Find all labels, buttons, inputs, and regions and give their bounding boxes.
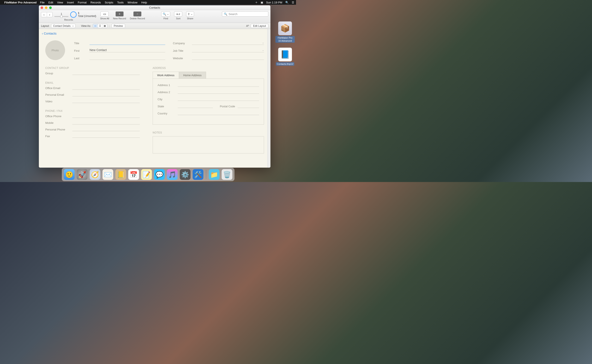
- menu-view[interactable]: View: [57, 1, 63, 4]
- last-name-field[interactable]: [90, 55, 165, 60]
- settings-icon[interactable]: ⚙️: [180, 169, 190, 180]
- office-phone-field[interactable]: [72, 115, 140, 118]
- window-title: Contacts: [149, 6, 160, 9]
- record-slider[interactable]: 1: [54, 13, 69, 17]
- notes-icon[interactable]: 📝: [141, 169, 152, 180]
- menu-list-icon[interactable]: ☰: [292, 1, 294, 4]
- personal-phone-field[interactable]: [72, 128, 140, 131]
- group-field[interactable]: [72, 72, 140, 75]
- close-button[interactable]: [41, 6, 43, 9]
- address1-field[interactable]: [178, 84, 259, 87]
- menu-file[interactable]: File: [40, 1, 45, 4]
- window: Contacts ‹ › 1 1 Total (Unsorted) Record…: [39, 5, 270, 168]
- toolbar: ‹ › 1 1 Total (Unsorted) Records ▭ Show …: [39, 10, 270, 23]
- clock[interactable]: Sun 1:19 PM: [266, 1, 282, 4]
- menu-help[interactable]: Help: [141, 1, 147, 4]
- itunes-icon[interactable]: 🎵: [167, 169, 177, 180]
- zoom-button[interactable]: [49, 6, 52, 9]
- list-view-button[interactable]: ☰: [98, 24, 102, 28]
- menu-edit[interactable]: Edit: [48, 1, 53, 4]
- prev-record-button[interactable]: ‹: [41, 12, 47, 17]
- menu-insert[interactable]: Insert: [67, 1, 74, 4]
- city-field[interactable]: [178, 98, 259, 101]
- desktop-file-icon[interactable]: 📘 Contacts.fmp12: [275, 48, 295, 66]
- layout-body: ‹ Contacts Photo Title First Last Compan…: [39, 29, 270, 168]
- form-view-button[interactable]: ▭: [93, 24, 98, 28]
- personal-email-field[interactable]: [72, 93, 140, 96]
- sort-button[interactable]: a↓z: [174, 11, 182, 17]
- state-field[interactable]: [178, 105, 213, 108]
- country-field[interactable]: [178, 112, 259, 115]
- contact-group-header: CONTACT GROUP: [45, 66, 140, 70]
- new-record-button[interactable]: ＋: [116, 11, 124, 17]
- delete-record-button[interactable]: －: [133, 11, 142, 17]
- back-link[interactable]: ‹ Contacts: [39, 29, 59, 38]
- chevron-left-icon: ‹: [42, 32, 43, 35]
- launchpad-icon[interactable]: 🚀: [77, 169, 87, 180]
- script-menu-icon[interactable]: ✧: [255, 1, 258, 4]
- desktop-app-icon[interactable]: 📦 FileMaker Pro 16 Advanced: [275, 21, 295, 43]
- layout-select[interactable]: Contact Details: [51, 24, 75, 28]
- office-email-field[interactable]: [72, 87, 140, 90]
- safari-icon[interactable]: 🧭: [90, 169, 100, 180]
- preview-button[interactable]: Preview: [111, 24, 125, 28]
- statusbar: Layout: Contact Details View As: ▭ ☰ ▦ |…: [39, 23, 270, 29]
- email-header: EMAIL: [45, 81, 140, 84]
- menu-scripts[interactable]: Scripts: [105, 1, 113, 4]
- address2-field[interactable]: [178, 91, 259, 94]
- video-field[interactable]: [72, 100, 140, 103]
- text-format-icon[interactable]: Aa: [246, 24, 249, 27]
- share-icon: ⇧: [188, 13, 190, 16]
- first-name-field[interactable]: [90, 48, 165, 52]
- share-button[interactable]: ⇧⌄: [186, 11, 194, 17]
- find-button[interactable]: 🔍⌄: [161, 11, 170, 17]
- spotlight-icon[interactable]: 🔍: [285, 1, 289, 4]
- displays-icon[interactable]: ▣: [260, 1, 263, 4]
- mobile-field[interactable]: [72, 122, 140, 124]
- trash-icon[interactable]: 🗑️: [221, 169, 232, 180]
- stack-icon: ▭: [103, 12, 106, 16]
- notes-field[interactable]: [153, 136, 264, 153]
- menu-tools[interactable]: Tools: [117, 1, 124, 4]
- record-nav: ‹ ›: [41, 12, 52, 17]
- downloads-icon[interactable]: 📁: [209, 169, 219, 180]
- table-view-button[interactable]: ▦: [102, 24, 107, 28]
- contacts-icon[interactable]: 📒: [115, 169, 126, 180]
- dock: 🙂 🚀 🧭 ✉️ 📒 📅 📝 💬 🎵 ⚙️ 🛠️ 📁 🗑️: [62, 168, 234, 181]
- menu-records[interactable]: Records: [91, 1, 101, 4]
- photo-placeholder[interactable]: Photo: [45, 40, 65, 60]
- next-record-button[interactable]: ›: [47, 12, 52, 17]
- fax-field[interactable]: [72, 135, 140, 138]
- messages-icon[interactable]: 💬: [154, 169, 165, 180]
- address-panel: Address 1 Address 2 City State Postal Co…: [153, 78, 264, 125]
- app-menu[interactable]: FileMaker Pro Advanced: [4, 1, 37, 4]
- menu-window[interactable]: Window: [128, 1, 137, 4]
- tab-work-address[interactable]: Work Address: [153, 72, 179, 78]
- postal-code-field[interactable]: [238, 105, 259, 108]
- show-all-button[interactable]: ▭: [100, 11, 109, 17]
- website-field[interactable]: [192, 55, 264, 60]
- box-icon: 📦: [278, 21, 292, 35]
- document-icon: 📘: [278, 48, 292, 61]
- address-header: ADDRESS: [153, 66, 264, 70]
- tab-home-address[interactable]: Home Address: [179, 72, 206, 78]
- mail-icon[interactable]: ✉️: [102, 169, 113, 180]
- title-field[interactable]: [90, 40, 165, 45]
- notes-header: NOTES: [153, 131, 264, 134]
- menu-format[interactable]: Format: [78, 1, 86, 4]
- calendar-icon[interactable]: 📅: [128, 169, 139, 180]
- menubar: FileMaker Pro Advanced File Edit View In…: [0, 0, 296, 5]
- job-title-field[interactable]: [192, 48, 264, 52]
- edit-layout-button[interactable]: Edit Layout: [251, 24, 268, 28]
- search-input[interactable]: 🔍 Search: [222, 11, 268, 17]
- phone-header: PHONE / FAX: [45, 110, 140, 112]
- dock-separator: [206, 170, 206, 179]
- minimize-button[interactable]: [45, 6, 47, 9]
- finder-icon[interactable]: 🙂: [64, 169, 74, 180]
- scrollbar[interactable]: [267, 29, 270, 168]
- xcode-icon[interactable]: 🛠️: [193, 169, 203, 180]
- company-field[interactable]: [192, 40, 264, 45]
- record-count: 1 Total (Unsorted): [78, 12, 96, 18]
- search-icon: 🔍: [224, 13, 227, 16]
- sort-icon: a↓z: [176, 13, 180, 15]
